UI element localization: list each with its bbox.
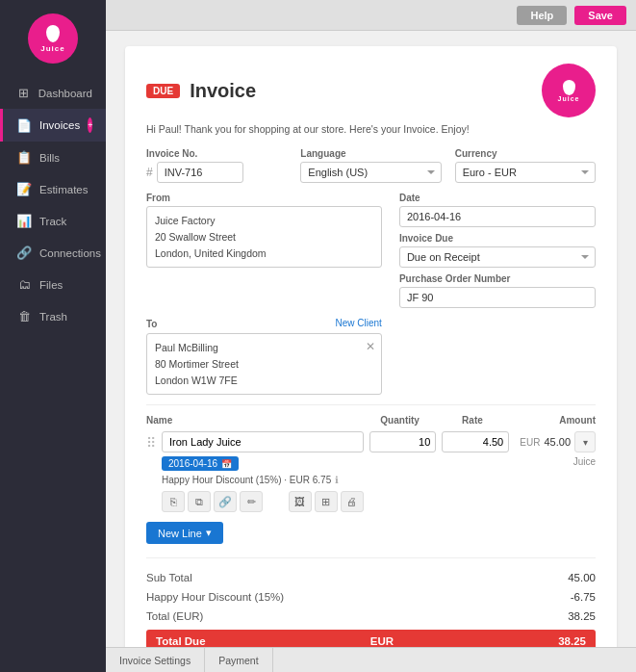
date-input[interactable] <box>399 206 596 227</box>
sidebar-logo: Juice <box>0 0 106 73</box>
table-icon-btn[interactable]: ⊞ <box>315 491 338 512</box>
sidebar: Juice ⊞ Dashboard 📄 Invoices + 📋 Bills 📝… <box>0 0 106 672</box>
sidebar-item-track[interactable]: 📊 Track <box>0 205 106 237</box>
rate-input[interactable] <box>442 431 509 452</box>
image-icon-btn[interactable]: 🖼 <box>289 491 312 512</box>
total-label: Total (EUR) <box>146 610 203 622</box>
files-icon: 🗂 <box>16 277 32 292</box>
invoice-due-group: Invoice Due Due on Receipt <box>399 233 596 268</box>
print-icon-btn[interactable]: 🖨 <box>341 491 364 512</box>
logo-drop <box>46 25 60 42</box>
invoice-due-select[interactable]: Due on Receipt <box>399 246 596 268</box>
new-line-button[interactable]: New Line ▾ <box>146 522 223 544</box>
note-icon-btn[interactable]: ✏ <box>240 491 263 512</box>
to-clear-button[interactable]: ✕ <box>366 338 375 356</box>
due-badge: DUE <box>146 84 180 98</box>
invoice-top-fields: Invoice No. # Language English (US) Curr… <box>146 148 596 183</box>
copy-icon-btn[interactable]: ⎘ <box>162 491 185 512</box>
line-item-name-input[interactable] <box>162 431 364 452</box>
date-group: Date <box>399 193 596 227</box>
help-button[interactable]: Help <box>517 6 567 25</box>
dashboard-icon: ⊞ <box>16 86 31 100</box>
total-row: Total (EUR) 38.25 <box>146 607 596 626</box>
amount-action-btn[interactable]: ▾ <box>574 431 596 452</box>
drag-handle[interactable]: ⠿ <box>146 431 156 451</box>
po-label: Purchase Order Number <box>399 273 596 284</box>
tab-payment[interactable]: Payment <box>205 648 272 672</box>
track-icon: 📊 <box>16 214 32 228</box>
currency-select[interactable]: Euro - EUR <box>455 162 596 183</box>
invoice-header: DUE Invoice Juice <box>146 64 596 117</box>
sidebar-label-track: Track <box>39 216 66 227</box>
line-item-quantity <box>369 431 437 452</box>
info-icon: ℹ <box>335 475 339 485</box>
language-select[interactable]: English (US) <box>300 162 441 183</box>
invoices-badge: + <box>88 117 92 133</box>
invoices-icon: 📄 <box>16 118 32 133</box>
currency-group: Currency Euro - EUR <box>455 148 596 183</box>
sidebar-item-trash[interactable]: 🗑 Trash <box>0 300 106 332</box>
bottom-tabs: Invoice Settings Payment <box>106 647 636 672</box>
new-line-label: New Line <box>158 528 202 539</box>
sidebar-item-files[interactable]: 🗂 Files <box>0 269 106 300</box>
trash-icon: 🗑 <box>16 309 32 323</box>
sidebar-item-estimates[interactable]: 📝 Estimates <box>0 173 106 205</box>
new-client-link[interactable]: New Client <box>336 318 382 328</box>
top-bar: Help Save <box>106 0 636 31</box>
date-tag-value: 2016-04-16 <box>168 458 217 469</box>
invoice-no-input-wrap: # <box>146 162 287 183</box>
total-due-value: 38.25 <box>558 635 586 647</box>
amount-value: 45.00 <box>544 436 571 448</box>
save-button[interactable]: Save <box>574 6 626 25</box>
line-item-amount: EUR 45.00 ▾ Juice <box>515 431 596 467</box>
total-due-label: Total Due <box>156 635 206 647</box>
new-line-chevron: ▾ <box>206 527 212 539</box>
sidebar-label-connections: Connections <box>39 247 101 259</box>
main-content: Help Save DUE Invoice Juice Hi Paul! Tha… <box>106 0 636 672</box>
po-group: Purchase Order Number <box>399 273 596 308</box>
duplicate-icon-btn[interactable]: ⧉ <box>188 491 211 512</box>
sidebar-label-dashboard: Dashboard <box>38 88 92 99</box>
invoice-no-label: Invoice No. <box>146 148 287 159</box>
line-item-date-tag: 2016-04-16 📅 <box>162 456 239 471</box>
total-due-currency: EUR <box>370 635 394 647</box>
from-label: From <box>146 193 382 203</box>
line-item-actions: ⎘ ⧉ 🔗 ✏ 🖼 ⊞ 🖨 <box>162 491 364 512</box>
discount-value: -6.75 <box>571 591 596 603</box>
line-items-header: Name Quantity Rate Amount <box>146 415 596 426</box>
sidebar-item-connections[interactable]: 🔗 Connections <box>0 237 106 269</box>
header-quantity: Quantity <box>364 415 436 426</box>
invoice-logo-drop <box>563 80 575 95</box>
po-input[interactable] <box>399 287 596 308</box>
date-col: Date Invoice Due Due on Receipt Purchase… <box>399 193 596 308</box>
line-item-rate <box>442 431 509 452</box>
amount-currency: EUR <box>520 437 540 448</box>
invoice-logo: Juice <box>542 64 596 117</box>
to-label: To <box>146 319 157 329</box>
sidebar-label-invoices: Invoices <box>39 119 80 131</box>
sidebar-label-bills: Bills <box>39 152 60 164</box>
from-col: From Juice Factory 20 Swallow Street Lon… <box>146 193 382 308</box>
to-col: To New Client Paul McBilling 80 Mortimer… <box>146 318 382 395</box>
connections-icon: 🔗 <box>16 246 32 260</box>
unit-label: Juice <box>573 456 596 467</box>
sidebar-item-invoices[interactable]: 📄 Invoices + <box>0 109 106 142</box>
link-icon-btn[interactable]: 🔗 <box>214 491 237 512</box>
bills-icon: 📋 <box>16 150 32 165</box>
subtotal-row: Sub Total 45.00 <box>146 568 596 587</box>
sidebar-item-dashboard[interactable]: ⊞ Dashboard <box>0 77 106 109</box>
currency-label: Currency <box>455 148 596 159</box>
tab-payment-label: Payment <box>218 655 258 666</box>
tab-invoice-settings[interactable]: Invoice Settings <box>106 648 205 672</box>
language-label: Language <box>300 148 441 159</box>
invoice-no-input[interactable] <box>157 162 243 183</box>
line-item-row: ⠿ 2016-04-16 📅 Happy Hour Discount (15%)… <box>146 431 596 512</box>
sidebar-item-bills[interactable]: 📋 Bills <box>0 142 106 173</box>
date-tag-icon: 📅 <box>221 459 232 469</box>
date-label: Date <box>399 193 596 203</box>
qty-input[interactable] <box>369 431 437 452</box>
amount-display: EUR 45.00 ▾ <box>520 431 596 452</box>
header-amount: Amount <box>509 415 596 426</box>
discount-label: Happy Hour Discount (15%) <box>146 591 284 603</box>
subtotal-label: Sub Total <box>146 572 192 583</box>
